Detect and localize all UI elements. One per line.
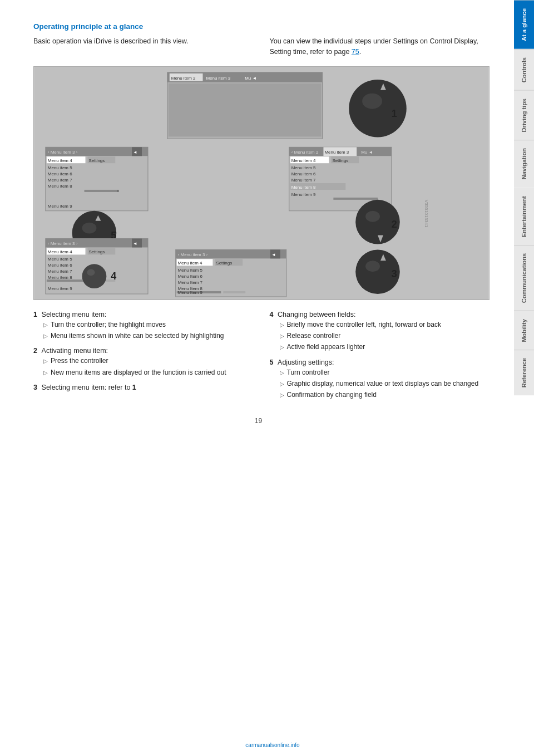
svg-point-70	[87, 269, 95, 276]
page-number: 19	[33, 417, 483, 430]
intro-left: Basic operation via iDrive is described …	[33, 36, 248, 57]
svg-text:‹ Menu item 3 ›: ‹ Menu item 3 ›	[48, 150, 78, 155]
svg-point-50	[365, 210, 380, 222]
triangle-icon: ▷	[280, 343, 284, 352]
triangle-icon: ▷	[280, 321, 284, 330]
svg-rect-48	[333, 197, 378, 199]
svg-point-29	[82, 222, 97, 233]
sidebar-tab-controls[interactable]: Controls	[514, 49, 534, 90]
instructions-right: 4 Changing between fields: ▷ Briefly mov…	[270, 310, 484, 406]
svg-text:Menu item 8: Menu item 8	[291, 184, 316, 189]
svg-rect-86	[223, 291, 245, 293]
instruction-4: 4 Changing between fields: ▷ Briefly mov…	[270, 310, 484, 352]
sub-item: ▷ Confirmation by changing field	[280, 390, 484, 400]
intro-row: Basic operation via iDrive is described …	[33, 36, 483, 57]
triangle-icon: ▷	[280, 391, 284, 400]
svg-text:1: 1	[392, 107, 397, 119]
svg-text:Menu item 5: Menu item 5	[48, 165, 72, 170]
svg-text:Menu Item 9: Menu Item 9	[178, 290, 203, 295]
svg-text:◄: ◄	[271, 252, 276, 257]
sidebar-tab-entertainment[interactable]: Entertainment	[514, 188, 534, 245]
instruction-3: 3 Selecting menu item: refer to 1	[33, 383, 248, 391]
sidebar-tab-driving-tips[interactable]: Driving tips	[514, 90, 534, 140]
main-content: Operating principle at a glance Basic op…	[0, 0, 514, 756]
svg-text:Menu item 5: Menu item 5	[48, 257, 72, 262]
svg-text:Mu ◄: Mu ◄	[361, 150, 373, 155]
sidebar-tab-communications[interactable]: Communications	[514, 245, 534, 311]
svg-text:Menu item 7: Menu item 7	[48, 178, 72, 183]
sub-item: ▷ Menu items shown in white can be selec…	[43, 331, 248, 341]
idrive-diagram: Menu item 2 Menu item 3 Mu ◄ 1 ‹ Menu it…	[33, 66, 490, 300]
instruction-5-subs: ▷ Turn controller ▷ Graphic display, num…	[280, 368, 484, 400]
svg-text:Menu item 4: Menu item 4	[291, 158, 316, 163]
svg-text:Mu ◄: Mu ◄	[245, 75, 256, 80]
triangle-icon: ▷	[43, 369, 48, 377]
sidebar: At a glance Controls Driving tips Naviga…	[514, 0, 534, 756]
sidebar-tab-navigation[interactable]: Navigation	[514, 140, 534, 187]
svg-text:Menu item 9: Menu item 9	[48, 203, 72, 208]
svg-text:Menu item 5: Menu item 5	[291, 165, 316, 170]
svg-point-69	[82, 264, 107, 288]
triangle-icon: ▷	[280, 380, 284, 389]
svg-text:Menu item 6: Menu item 6	[48, 171, 72, 176]
svg-text:Menu item 4: Menu item 4	[48, 249, 72, 254]
svg-point-8	[349, 79, 407, 137]
svg-rect-7	[169, 83, 322, 136]
sub-item: ▷ Turn the controller; the highlight mov…	[43, 320, 248, 330]
diagram-wrap: Menu item 2 Menu item 3 Mu ◄ 1 ‹ Menu it…	[33, 66, 483, 300]
svg-text:Menu item 6: Menu item 6	[291, 171, 316, 176]
footer-logo-text: carmanualsonline.info	[245, 742, 299, 748]
instruction-2-subs: ▷ Press the controller ▷ New menu items …	[43, 356, 248, 377]
svg-text:Menu Item 7: Menu Item 7	[178, 280, 203, 285]
svg-text:Menu item 7: Menu item 7	[291, 178, 316, 183]
svg-text:Menu item 9: Menu item 9	[291, 192, 316, 197]
svg-text:Menu item 9: Menu item 9	[48, 286, 72, 291]
svg-text:‹ Menu item 3 ›: ‹ Menu item 3 ›	[178, 252, 208, 257]
svg-text:Menu item 8: Menu item 8	[48, 183, 72, 188]
sub-item: ▷ Graphic display, numerical value or te…	[280, 379, 484, 389]
svg-text:◄: ◄	[133, 241, 137, 246]
triangle-icon: ▷	[280, 332, 284, 341]
instruction-2: 2 Activating menu item: ▷ Press the cont…	[33, 346, 248, 377]
svg-text:Menu item 4: Menu item 4	[178, 261, 202, 266]
svg-text:◄: ◄	[133, 150, 137, 155]
triangle-icon: ▷	[43, 321, 48, 330]
instruction-4-subs: ▷ Briefly move the controller left, righ…	[280, 320, 484, 352]
triangle-icon: ▷	[43, 332, 48, 341]
sub-item: ▷ Active field appears lighter	[280, 342, 484, 352]
section-heading: Operating principle at a glance	[33, 22, 483, 31]
svg-rect-26	[117, 189, 118, 192]
sidebar-tab-mobility[interactable]: Mobility	[514, 311, 534, 350]
instructions-left: 1 Selecting menu item: ▷ Turn the contro…	[33, 310, 248, 406]
sidebar-tab-reference[interactable]: Reference	[514, 350, 534, 395]
svg-text:Settings: Settings	[88, 249, 105, 254]
svg-text:Menu item 6: Menu item 6	[48, 263, 72, 268]
svg-text:Menu item 3: Menu item 3	[206, 75, 230, 80]
svg-text:Menu Item 6: Menu Item 6	[178, 274, 203, 279]
svg-text:‹ Menu item 2: ‹ Menu item 2	[291, 150, 319, 155]
svg-text:Settings: Settings	[88, 158, 105, 163]
svg-point-9	[362, 93, 382, 109]
svg-text:4: 4	[111, 271, 116, 282]
sub-item: ▷ Briefly move the controller left, righ…	[280, 320, 484, 330]
intro-right: You can view the individual steps under …	[270, 36, 484, 57]
svg-text:Menu item 3: Menu item 3	[324, 150, 349, 155]
svg-text:Menu item 7: Menu item 7	[48, 269, 72, 274]
svg-point-89	[365, 261, 380, 272]
sub-item: ▷ Press the controller	[43, 356, 248, 366]
triangle-icon: ▷	[280, 369, 284, 377]
triangle-icon: ▷	[43, 357, 48, 366]
svg-text:Settings: Settings	[332, 158, 348, 163]
svg-text:Menu Item 5: Menu Item 5	[178, 268, 203, 273]
sidebar-tab-at-a-glance[interactable]: At a glance	[514, 0, 534, 49]
svg-rect-25	[85, 189, 118, 192]
footer-logo: carmanualsonline.info	[33, 742, 512, 748]
instruction-1-subs: ▷ Turn the controller; the highlight mov…	[43, 320, 248, 341]
svg-text:3: 3	[392, 268, 397, 279]
sub-item: ▷ New menu items are displayed or the fu…	[43, 368, 248, 377]
svg-text:Menu item 4: Menu item 4	[48, 158, 72, 163]
svg-text:V3551013341: V3551013341	[424, 199, 429, 227]
page-link[interactable]: 75	[352, 48, 359, 56]
instructions-row: 1 Selecting menu item: ▷ Turn the contro…	[33, 310, 483, 406]
instruction-5: 5 Adjusting settings: ▷ Turn controller …	[270, 358, 484, 400]
